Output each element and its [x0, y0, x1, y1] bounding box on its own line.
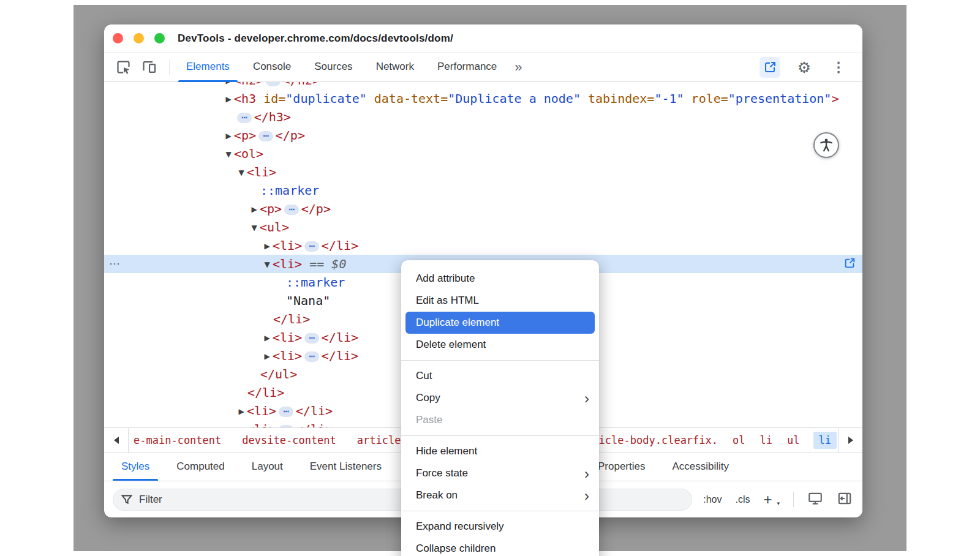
- maximize-button[interactable]: [154, 33, 165, 43]
- dom-tree-row[interactable]: ▶<p>⋯</p>: [104, 200, 862, 218]
- menu-item-duplicate-element[interactable]: Duplicate element: [405, 312, 595, 334]
- breadcrumb-item-article[interactable]: article: [356, 432, 402, 449]
- toggle-classes-button[interactable]: .cls: [735, 494, 750, 505]
- breadcrumb-item-li[interactable]: li: [759, 432, 774, 449]
- tab-performance[interactable]: Performance: [426, 53, 508, 82]
- dom-tree-row[interactable]: ⋯</h3>: [104, 108, 862, 126]
- context-menu: Add attributeEdit as HTMLDuplicate eleme…: [401, 260, 599, 556]
- menu-item-add-attribute[interactable]: Add attribute: [401, 268, 599, 290]
- code-token: ::marker: [286, 275, 345, 290]
- dom-tree-row[interactable]: ▶<h3 id="duplicate" data-text="Duplicate…: [104, 89, 862, 108]
- kebab-menu-icon[interactable]: ⋮: [828, 57, 849, 78]
- tab-accessibility[interactable]: Accessibility: [658, 453, 742, 481]
- expand-arrow-icon[interactable]: ▶: [223, 127, 234, 145]
- tab-console[interactable]: Console: [241, 53, 303, 82]
- code-token: </h2>: [283, 82, 320, 88]
- settings-gear-icon[interactable]: ⚙: [794, 57, 815, 78]
- breadcrumb-item-ol[interactable]: ol: [731, 432, 746, 449]
- code-token: <li>: [273, 348, 302, 363]
- code-token: <p>: [260, 201, 282, 216]
- dom-tree-row[interactable]: ▶<h2>⋯</h2>: [104, 82, 862, 89]
- tab-elements[interactable]: Elements: [175, 53, 241, 82]
- breadcrumb-scroll-right-button[interactable]: [838, 428, 862, 453]
- more-tabs-icon[interactable]: »: [508, 54, 528, 81]
- code-token: "duplicate": [285, 91, 366, 106]
- menu-item-hide-element[interactable]: Hide element: [401, 440, 599, 462]
- new-style-rule-caret-icon[interactable]: ▾: [777, 500, 780, 506]
- menu-item-label: Duplicate element: [416, 317, 499, 328]
- new-style-rule-button[interactable]: +: [763, 492, 772, 507]
- code-token: "-1": [654, 91, 684, 106]
- menu-item-expand-recursively[interactable]: Expand recursively: [401, 516, 599, 538]
- tab-computed[interactable]: Computed: [163, 453, 238, 481]
- menu-item-force-state[interactable]: Force state›: [401, 462, 599, 484]
- row-menu-dots-icon[interactable]: ⋯: [109, 255, 121, 273]
- dom-tree-row[interactable]: ::marker: [104, 181, 862, 200]
- expand-arrow-icon[interactable]: ▶: [262, 237, 273, 255]
- code-token: ::marker: [260, 183, 319, 198]
- menu-item-copy[interactable]: Copy›: [401, 387, 599, 409]
- sidebar-toggle-icon[interactable]: [837, 490, 853, 509]
- inline-ellipsis-button[interactable]: ⋯: [237, 113, 252, 123]
- traffic-lights: [113, 33, 165, 43]
- expand-arrow-icon[interactable]: ▶: [223, 90, 234, 108]
- submenu-chevron-icon: ›: [584, 485, 589, 507]
- tab-network[interactable]: Network: [364, 53, 426, 82]
- rendering-emulation-icon[interactable]: [807, 490, 823, 509]
- breadcrumb-item-li[interactable]: li: [813, 432, 837, 449]
- accessibility-person-icon[interactable]: [813, 132, 839, 158]
- expand-arrow-icon[interactable]: ▶: [262, 347, 273, 366]
- expand-arrow-icon[interactable]: ▶: [262, 329, 273, 347]
- menu-item-cut[interactable]: Cut: [401, 365, 599, 387]
- code-token: <p>: [234, 128, 256, 143]
- dom-tree-row[interactable]: ▶<li>⋯</li>: [104, 236, 862, 255]
- menu-item-collapse-children[interactable]: Collapse children: [401, 538, 599, 556]
- breadcrumb-item-devsite-content[interactable]: devsite-content: [241, 432, 337, 449]
- menu-divider: [401, 360, 599, 361]
- menu-item-break-on[interactable]: Break on›: [401, 484, 599, 506]
- menu-item-label: Expand recursively: [416, 520, 504, 532]
- tab-styles[interactable]: Styles: [108, 453, 163, 481]
- tab-sources[interactable]: Sources: [303, 53, 364, 82]
- code-token: </p>: [301, 201, 331, 216]
- code-token: "Duplicate a node": [448, 91, 581, 106]
- minimize-button[interactable]: [134, 33, 144, 43]
- code-token: <h2>: [234, 82, 263, 88]
- menu-item-label: Cut: [416, 370, 432, 381]
- inline-ellipsis-button[interactable]: ⋯: [304, 333, 319, 344]
- collapse-arrow-icon[interactable]: ▼: [223, 145, 234, 163]
- menu-item-delete-element[interactable]: Delete element: [401, 334, 599, 356]
- inline-ellipsis-button[interactable]: ⋯: [279, 407, 293, 417]
- tab-layout[interactable]: Layout: [238, 453, 296, 481]
- breadcrumb-item-e-main-content[interactable]: e-main-content: [132, 432, 222, 449]
- menu-item-edit-as-html[interactable]: Edit as HTML: [401, 290, 599, 312]
- menu-item-label: Add attribute: [416, 272, 475, 284]
- collapse-arrow-icon[interactable]: ▼: [249, 219, 260, 237]
- dom-tree-row[interactable]: ▼<ol>: [104, 145, 862, 163]
- dom-tree-row[interactable]: ▼<li>: [104, 163, 862, 181]
- toggle-hover-state-button[interactable]: :hov: [703, 494, 722, 505]
- chevron-right-icon: [848, 437, 853, 444]
- expand-arrow-icon[interactable]: ▶: [249, 200, 260, 219]
- inline-ellipsis-button[interactable]: ⋯: [304, 241, 319, 252]
- expand-arrow-icon[interactable]: ▶: [236, 421, 247, 427]
- inline-ellipsis-button[interactable]: ⋯: [258, 131, 273, 141]
- inspect-element-icon[interactable]: [113, 57, 134, 78]
- breadcrumb-item-ul[interactable]: ul: [786, 432, 801, 449]
- duplicate-badge-icon[interactable]: [843, 257, 858, 271]
- dom-tree-row[interactable]: ▼<ul>: [104, 218, 862, 236]
- tab-event-listeners[interactable]: Event Listeners: [296, 453, 395, 481]
- collapse-arrow-icon[interactable]: ▼: [236, 163, 247, 182]
- code-token: id=: [256, 91, 285, 106]
- expand-arrow-icon[interactable]: ▶: [236, 402, 247, 421]
- close-button[interactable]: [113, 33, 123, 43]
- duplicate-feature-icon[interactable]: [760, 57, 780, 78]
- inline-ellipsis-button[interactable]: ⋯: [284, 205, 299, 215]
- inline-ellipsis-button[interactable]: ⋯: [304, 351, 319, 362]
- inline-ellipsis-button[interactable]: ⋯: [266, 82, 281, 86]
- breadcrumb-scroll-left-button[interactable]: [104, 428, 129, 453]
- collapse-arrow-icon[interactable]: ▼: [262, 255, 273, 274]
- device-toolbar-icon[interactable]: [138, 57, 159, 78]
- gear-glyph: ⚙: [797, 60, 811, 75]
- dom-tree-row[interactable]: ▶<p>⋯</p>: [104, 126, 862, 145]
